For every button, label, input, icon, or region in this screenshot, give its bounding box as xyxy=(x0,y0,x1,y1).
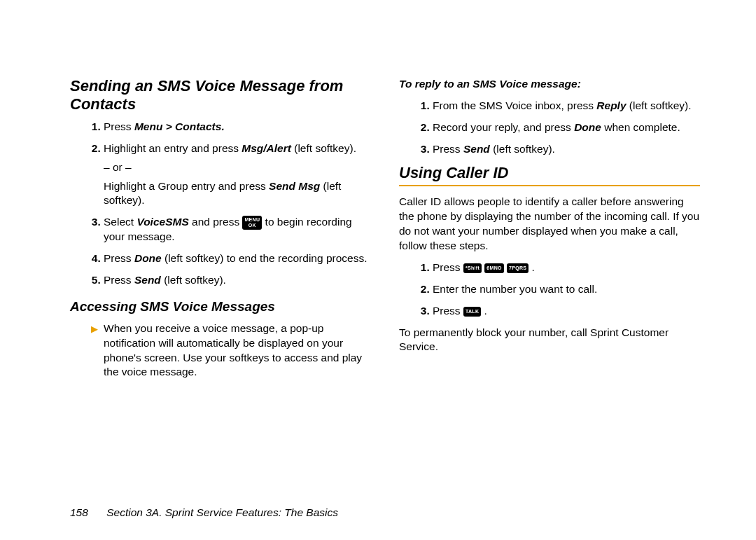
menu-ok-key-icon: MENU OK xyxy=(242,216,262,230)
r2-done: Done xyxy=(574,121,601,133)
step2-text-d: Highlight a Group entry and press xyxy=(104,180,269,192)
c1-text-a: Press xyxy=(433,261,463,273)
reply-step-3: Press Send (left softkey). xyxy=(433,142,700,157)
r1-text-a: From the SMS Voice inbox, press xyxy=(433,99,596,111)
c1-text-b: . xyxy=(528,261,535,273)
step2-text-a: Highlight an entry and press xyxy=(104,142,241,154)
step-5: Press Send (left softkey). xyxy=(104,273,371,288)
step3-text-c: and press xyxy=(189,216,243,228)
step2-send-msg: Send Msg xyxy=(269,180,320,192)
heading-using-caller-id: Using Caller ID xyxy=(399,164,700,186)
r2-text-a: Record your reply, and press xyxy=(433,121,574,133)
seven-pqrs-key-icon: 7PQRS xyxy=(507,263,528,273)
step2-msg-alert: Msg/Alert xyxy=(241,142,291,154)
step3-voicesms: VoiceSMS xyxy=(136,216,188,228)
step1-text: Press xyxy=(104,120,134,132)
talk-key-icon: TALK xyxy=(463,307,481,317)
c3-text-a: Press xyxy=(433,305,463,317)
heading-accessing-sms-voice: Accessing SMS Voice Messages xyxy=(70,298,371,316)
step4-text-a: Press xyxy=(104,252,134,264)
step4-text-c: (left softkey) to end the recording proc… xyxy=(162,252,368,264)
r3-text-a: Press xyxy=(433,143,463,155)
step-1: Press Menu > Contacts. xyxy=(104,120,371,134)
r2-text-c: when complete. xyxy=(601,121,680,133)
step4-done: Done xyxy=(134,252,162,264)
heading-sending-sms-voice: Sending an SMS Voice Message from Contac… xyxy=(70,77,371,114)
r1-reply: Reply xyxy=(596,99,626,111)
step5-text-c: (left softkey). xyxy=(161,274,226,286)
caller-id-outro: To permanently block your number, call S… xyxy=(399,326,700,355)
document-page: Sending an SMS Voice Message from Contac… xyxy=(0,0,756,540)
step1-menu-contacts: Menu > Contacts. xyxy=(134,120,225,132)
cid-step-3: Press TALK . xyxy=(433,304,700,319)
caller-id-steps-list: Press *Shift 6MNO 7PQRS . Enter the numb… xyxy=(399,261,700,319)
step-4: Press Done (left softkey) to end the rec… xyxy=(104,251,371,266)
r1-text-c: (left softkey). xyxy=(626,99,692,111)
left-column: Sending an SMS Voice Message from Contac… xyxy=(70,77,371,478)
r3-send: Send xyxy=(463,143,490,155)
triangle-bullet-icon: ▶ xyxy=(91,323,98,380)
c3-text-b: . xyxy=(481,305,487,317)
step5-send: Send xyxy=(134,274,161,286)
step3-text-a: Select xyxy=(104,216,136,228)
access-bullet-text: When you receive a voice message, a pop-… xyxy=(104,321,371,380)
cid-step-1: Press *Shift 6MNO 7PQRS . xyxy=(433,261,700,275)
cid-step-2: Enter the number you want to call. xyxy=(433,282,700,297)
reply-steps-list: From the SMS Voice inbox, press Reply (l… xyxy=(399,99,700,157)
heading-to-reply: To reply to an SMS Voice message: xyxy=(399,77,700,92)
access-bullet-block: ▶ When you receive a voice message, a po… xyxy=(70,321,371,380)
section-title: Section 3A. Sprint Service Features: The… xyxy=(106,506,338,518)
step-3: Select VoiceSMS and press MENU OK to beg… xyxy=(104,215,371,244)
right-column: To reply to an SMS Voice message: From t… xyxy=(399,77,700,478)
page-number: 158 xyxy=(70,506,88,518)
reply-step-2: Record your reply, and press Done when c… xyxy=(433,120,700,135)
star-shift-key-icon: *Shift xyxy=(463,263,482,273)
step2-alt: Highlight a Group entry and press Send M… xyxy=(104,179,371,209)
step2-or: – or – xyxy=(104,160,371,175)
step2-text-c: (left softkey). xyxy=(291,142,356,154)
step5-text-a: Press xyxy=(104,274,134,286)
page-footer: 158 Section 3A. Sprint Service Features:… xyxy=(70,478,700,519)
reply-step-1: From the SMS Voice inbox, press Reply (l… xyxy=(433,99,700,113)
sending-steps-list: Press Menu > Contacts. Highlight an entr… xyxy=(70,120,371,288)
six-mno-key-icon: 6MNO xyxy=(484,263,503,273)
caller-id-intro: Caller ID allows people to identify a ca… xyxy=(399,195,700,254)
r3-text-c: (left softkey). xyxy=(490,143,555,155)
step-2: Highlight an entry and press Msg/Alert (… xyxy=(104,141,371,209)
two-column-layout: Sending an SMS Voice Message from Contac… xyxy=(70,77,700,478)
